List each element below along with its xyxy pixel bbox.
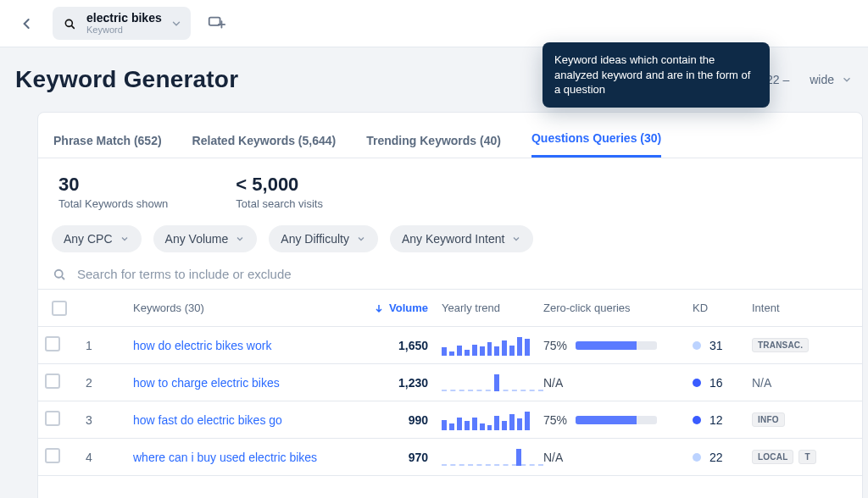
search-icon [61, 15, 78, 32]
kd-cell: 16 [686, 376, 745, 390]
trend-spark [435, 335, 537, 356]
volume-value: 990 [355, 413, 435, 427]
search-icon [52, 267, 67, 282]
filter-cpc-label: Any CPC [64, 232, 113, 246]
zero-click-cell: N/A [537, 376, 686, 390]
table-search-input[interactable] [75, 266, 849, 282]
zero-click-cell: 75% [537, 413, 686, 427]
zero-click-cell: 75% [537, 339, 686, 352]
filters: Any CPC Any Volume Any Difficulty Any Ke… [38, 219, 862, 259]
row-index: 3 [79, 413, 126, 427]
tab-questions[interactable]: Questions Queries (30) [531, 119, 661, 158]
back-button[interactable] [14, 10, 41, 37]
kd-cell: 12 [686, 413, 745, 427]
intent-cell: LOCALT [745, 450, 826, 464]
col-trend[interactable]: Yearly trend [435, 302, 537, 314]
total-keywords-label: Total Keywords shown [58, 197, 168, 210]
table-row: 3how fast do electric bikes go99075%12IN… [38, 401, 862, 439]
sort-desc-icon [374, 303, 384, 313]
keyword-sublabel: Keyword [86, 25, 162, 35]
keyword-link[interactable]: how to charge electric bikes [133, 376, 280, 390]
summary: 30 Total Keywords shown < 5,000 Total se… [38, 158, 862, 219]
col-kd[interactable]: KD [686, 302, 745, 314]
row-index: 1 [79, 339, 126, 352]
topbar: electric bikes Keyword [0, 0, 868, 47]
country-label: wide [810, 73, 834, 86]
chevron-down-icon [235, 234, 245, 244]
intent-cell: TRANSAC. [745, 338, 826, 352]
tab-phrase[interactable]: Phrase Match (652) [53, 122, 162, 158]
keyword-pill[interactable]: electric bikes Keyword [53, 7, 191, 40]
col-keywords[interactable]: Keywords (30) [126, 302, 355, 314]
table-header: Keywords (30) Volume Yearly trend Zero-c… [38, 290, 862, 327]
keyword-value: electric bikes [86, 12, 162, 25]
volume-value: 1,230 [355, 376, 435, 390]
chevron-down-icon [356, 234, 366, 244]
zero-click-cell: N/A [537, 451, 686, 464]
kd-cell: 31 [686, 339, 745, 352]
add-compare-button[interactable] [203, 10, 230, 37]
row-index: 2 [79, 376, 126, 390]
volume-value: 970 [355, 451, 435, 464]
trend-spark [435, 447, 537, 468]
row-checkbox[interactable] [45, 448, 60, 463]
visits-label: Total search visits [236, 197, 323, 210]
table-row: 2how to charge electric bikes1,230N/A16N… [38, 364, 862, 401]
trend-spark [435, 373, 537, 393]
row-checkbox[interactable] [45, 374, 60, 389]
filter-difficulty[interactable]: Any Difficulty [269, 225, 378, 252]
table-row: 4where can i buy used electric bikes970N… [38, 439, 862, 476]
filter-volume[interactable]: Any Volume [153, 225, 258, 252]
select-all-checkbox[interactable] [52, 301, 67, 316]
tab-tooltip: Keyword ideas which contain the analyzed… [542, 42, 770, 108]
chevron-down-icon [511, 234, 521, 244]
filter-intent[interactable]: Any Keyword Intent [390, 225, 533, 252]
keyword-link[interactable]: how fast do electric bikes go [133, 413, 282, 427]
keyword-link[interactable]: where can i buy used electric bikes [133, 451, 317, 464]
row-index: 4 [79, 451, 126, 464]
tooltip-text: Keyword ideas which contain the analyzed… [554, 53, 750, 96]
col-volume[interactable]: Volume [355, 302, 435, 314]
tab-related[interactable]: Related Keywords (5,644) [192, 122, 337, 158]
country-picker[interactable]: wide [810, 73, 853, 86]
keyword-link[interactable]: how do electric bikes work [133, 339, 271, 352]
kd-cell: 22 [686, 451, 745, 464]
row-checkbox[interactable] [45, 336, 60, 351]
tab-trending[interactable]: Trending Keywords (40) [366, 122, 501, 158]
row-checkbox[interactable] [45, 411, 60, 426]
keyword-table: Keywords (30) Volume Yearly trend Zero-c… [38, 289, 862, 476]
chevron-down-icon [120, 234, 130, 244]
intent-cell: INFO [745, 412, 826, 427]
filter-intent-label: Any Keyword Intent [402, 232, 504, 246]
col-zero[interactable]: Zero-click queries [537, 302, 686, 314]
chevron-down-icon [841, 74, 853, 86]
col-intent[interactable]: Intent [745, 302, 826, 314]
filter-volume-label: Any Volume [165, 232, 229, 246]
trend-spark [435, 410, 537, 430]
tabs: Phrase Match (652)Related Keywords (5,64… [38, 113, 862, 158]
table-search [38, 259, 862, 289]
intent-cell: N/A [745, 376, 826, 390]
svg-point-3 [55, 269, 63, 277]
filter-difficulty-label: Any Difficulty [281, 232, 349, 246]
chevron-down-icon [170, 18, 182, 30]
page-title: Keyword Generator [15, 66, 238, 93]
volume-value: 1,650 [355, 339, 435, 352]
total-keywords-value: 30 [58, 174, 168, 196]
filter-cpc[interactable]: Any CPC [52, 225, 142, 252]
table-row: 1how do electric bikes work1,65075%31TRA… [38, 327, 862, 364]
visits-value: < 5,000 [236, 174, 323, 196]
content-card: Phrase Match (652)Related Keywords (5,64… [37, 112, 863, 498]
